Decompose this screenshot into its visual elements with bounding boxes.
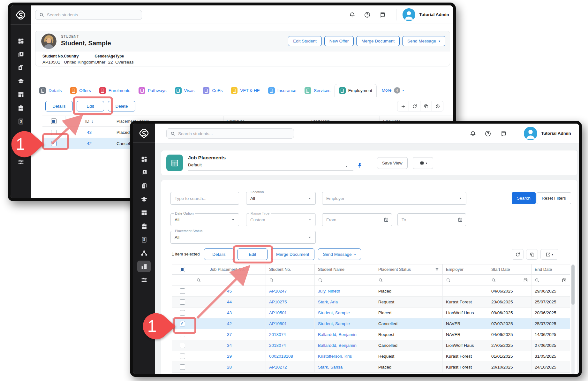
export-button[interactable]: ▾ xyxy=(540,249,558,260)
job-placement-no-link[interactable]: 34 xyxy=(193,340,266,351)
row-checkbox[interactable] xyxy=(180,343,185,348)
sidebar-item[interactable] xyxy=(137,274,151,286)
sidebar-item[interactable] xyxy=(137,220,151,232)
student-no-link[interactable]: 2018074 xyxy=(266,340,315,351)
feedback-icon[interactable] xyxy=(500,130,507,137)
job-placement-no-link[interactable]: 44 xyxy=(193,297,266,307)
sidebar-item[interactable] xyxy=(14,49,27,60)
from-date-input[interactable] xyxy=(322,214,392,226)
filter-end-date[interactable] xyxy=(531,275,570,286)
notifications-icon[interactable] xyxy=(470,130,476,137)
table-row[interactable]: 34 2018074 Ballarddd, Benjamin Cancelled… xyxy=(172,340,570,351)
from-date-filter[interactable] xyxy=(322,213,392,226)
student-no-link[interactable]: AP10501 xyxy=(266,308,315,318)
filter-student-name[interactable] xyxy=(315,275,375,286)
add-button[interactable] xyxy=(397,101,409,111)
search-input[interactable] xyxy=(178,131,290,136)
table-row[interactable]: 44 AP10275 Stark, Aria Request Kurast Fo… xyxy=(172,297,570,308)
row-checkbox-cell[interactable] xyxy=(42,127,65,138)
student-tab[interactable]: Details xyxy=(35,84,66,97)
sort-desc-icon[interactable]: ↓ xyxy=(91,119,94,124)
header-id[interactable]: ID↓ xyxy=(65,116,113,126)
student-name-link[interactable]: Stark, Aria xyxy=(315,297,375,307)
filter-icon[interactable] xyxy=(435,267,439,272)
help-icon[interactable] xyxy=(364,11,371,18)
placement-id-link[interactable]: 42 xyxy=(65,138,113,149)
student-no-link[interactable]: AP10247 xyxy=(266,286,315,296)
student-action-button[interactable]: New Offer xyxy=(324,36,354,46)
caret-down-icon[interactable] xyxy=(344,164,349,168)
student-tab[interactable]: Enrolments xyxy=(95,84,134,97)
sidebar-item[interactable] xyxy=(137,207,151,218)
sidebar-item[interactable] xyxy=(14,35,27,47)
toolbar-button[interactable]: Edit xyxy=(77,101,104,111)
student-action-button[interactable]: Merge Document xyxy=(356,36,400,46)
student-photo[interactable] xyxy=(41,34,57,49)
row-checkbox[interactable] xyxy=(180,299,185,305)
range-type-filter[interactable]: Range Type Custom xyxy=(246,213,316,226)
table-scrollbar[interactable] xyxy=(571,264,575,374)
reset-filters-button[interactable]: Reset Filters xyxy=(537,192,571,204)
student-no-link[interactable]: AP10501 xyxy=(266,318,315,329)
student-no-link[interactable]: AP10275 xyxy=(266,297,315,307)
notifications-icon[interactable] xyxy=(349,11,356,18)
view-settings-button[interactable]: ▾ xyxy=(413,157,433,169)
sidebar-item[interactable] xyxy=(14,62,27,73)
calendar-icon[interactable] xyxy=(458,217,463,222)
history-button[interactable] xyxy=(432,101,443,111)
toolbar-button[interactable]: Details xyxy=(45,101,73,111)
header-start-date[interactable]: Start Date xyxy=(488,264,531,274)
keyword-input[interactable] xyxy=(171,192,239,204)
sidebar-item[interactable] xyxy=(137,180,151,192)
student-name-link[interactable]: Ballarddd, Benjamin xyxy=(315,329,375,340)
filter-placement-status[interactable] xyxy=(375,275,443,286)
scrollbar-thumb[interactable] xyxy=(571,265,575,305)
row-checkbox-cell[interactable] xyxy=(172,362,193,372)
student-action-button[interactable]: Send Message xyxy=(402,36,445,46)
student-tab[interactable]: Insurance xyxy=(264,84,300,97)
sidebar-item[interactable] xyxy=(137,194,151,205)
refresh-button[interactable] xyxy=(512,249,524,260)
student-tab[interactable]: Pathways xyxy=(134,84,171,97)
sidebar-item[interactable] xyxy=(137,247,151,259)
feedback-icon[interactable] xyxy=(379,11,386,18)
copy-button[interactable] xyxy=(420,101,432,111)
refresh-button[interactable] xyxy=(409,101,420,111)
row-checkbox[interactable] xyxy=(180,321,185,326)
sidebar-item[interactable] xyxy=(137,167,151,178)
row-checkbox[interactable] xyxy=(51,141,57,146)
sidebar-item[interactable] xyxy=(14,102,27,114)
header-job-placement-no[interactable]: Job Placement No.↓ xyxy=(193,264,266,274)
keyword-filter[interactable] xyxy=(170,192,239,205)
student-no-link[interactable]: AP10272 xyxy=(266,362,315,372)
sidebar-item[interactable] xyxy=(137,261,151,272)
sidebar-item[interactable]: $ xyxy=(137,234,151,245)
student-name-link[interactable]: July, Nineth xyxy=(315,286,375,296)
view-select[interactable]: Default xyxy=(188,163,202,167)
student-name-link[interactable]: Student, Sample xyxy=(315,308,375,318)
table-row[interactable]: 45 AP10247 July, Nineth Placed 04/06/202… xyxy=(172,286,570,297)
app-logo[interactable] xyxy=(11,5,31,25)
job-placement-no-link[interactable]: 37 xyxy=(193,329,266,340)
select-all-checkbox[interactable] xyxy=(51,118,57,124)
header-end-date[interactable]: End Date xyxy=(531,264,570,274)
row-checkbox-cell[interactable] xyxy=(172,351,193,362)
to-date-filter[interactable] xyxy=(397,213,466,226)
student-name-link[interactable]: Ballarddd, Benjamin xyxy=(315,340,375,351)
student-name-link[interactable]: Kristofferson, Kris xyxy=(315,351,375,362)
header-student-no[interactable]: Student No. xyxy=(266,264,315,274)
header-employer[interactable]: Employer xyxy=(443,264,488,274)
calendar-icon[interactable] xyxy=(384,217,389,222)
header-checkbox-cell[interactable] xyxy=(172,264,193,274)
filter-job-placement-no[interactable] xyxy=(193,275,266,286)
search-button[interactable]: Search xyxy=(512,192,536,204)
student-tab[interactable]: CoEs xyxy=(199,84,227,97)
row-checkbox-cell[interactable] xyxy=(172,286,193,296)
help-icon[interactable] xyxy=(485,130,491,137)
global-search[interactable] xyxy=(166,128,294,139)
row-checkbox[interactable] xyxy=(51,130,57,135)
save-view-button[interactable]: Save View xyxy=(377,157,408,169)
user-avatar[interactable] xyxy=(403,8,415,21)
sidebar-item[interactable] xyxy=(14,75,27,87)
selection-action-button[interactable]: Edit xyxy=(237,248,268,260)
